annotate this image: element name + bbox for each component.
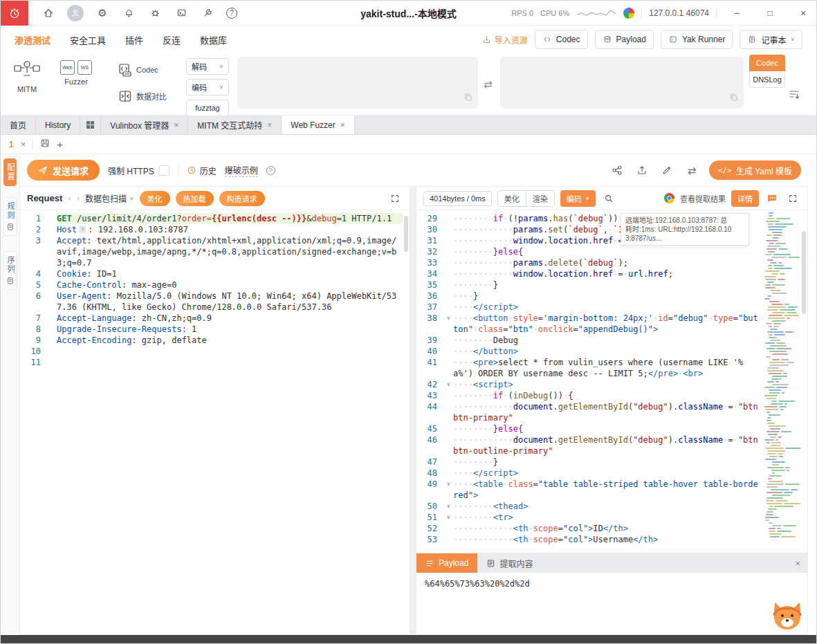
beautify-button[interactable]: 美化 <box>140 191 170 206</box>
share-icon[interactable] <box>609 163 625 178</box>
dnslog-switch-button[interactable]: DNSLog <box>749 71 785 88</box>
force-https-checkbox[interactable] <box>159 165 169 176</box>
blast-example-link[interactable]: 爆破示例 <box>225 164 258 177</box>
expand-icon[interactable] <box>387 191 403 206</box>
gear-icon[interactable]: ⚙ <box>95 6 110 21</box>
codec-switch-button[interactable]: Codec <box>749 55 785 71</box>
terminal-icon[interactable] <box>174 6 189 21</box>
response-editor[interactable]: 29········if·(!params.has(`debug`))·{30·… <box>416 210 807 553</box>
hot-reload-button[interactable]: 热加载 <box>176 191 214 206</box>
tab-History[interactable]: History <box>36 116 80 134</box>
yak-runner-menu-button[interactable]: Yak Runner <box>661 30 733 49</box>
payload-menu-button[interactable]: Payload <box>595 30 654 49</box>
home-icon[interactable] <box>41 6 56 21</box>
request-panel: Request ‹ › 数据包扫描 ∨ 美化 热加载 构造请求 1GET /us… <box>20 186 410 635</box>
tab-extract-content[interactable]: 提取内容 <box>477 553 542 573</box>
bell-icon[interactable] <box>121 6 136 21</box>
close-icon[interactable]: × <box>267 120 272 130</box>
fold-icon[interactable]: ∨ <box>444 501 453 512</box>
fuzztag-button[interactable]: fuzztag <box>186 100 229 116</box>
tab-payload[interactable]: Payload <box>416 553 477 573</box>
request-scrollbar[interactable] <box>404 216 408 252</box>
codec-tool[interactable]: Codec <box>118 63 158 77</box>
decode-select[interactable]: 解码∨ <box>186 58 229 75</box>
statusbar[interactable] <box>1 635 816 643</box>
tab-首页[interactable]: 首页 <box>1 116 36 134</box>
import-resource-link[interactable]: 导入资源 <box>482 34 528 46</box>
close-button[interactable]: × <box>790 1 816 26</box>
open-in-browser-icon[interactable] <box>664 193 674 203</box>
tab-grid[interactable] <box>80 116 101 134</box>
response-beautify-button[interactable]: 美化 <box>497 190 526 207</box>
build-request-button[interactable]: 构造请求 <box>219 191 265 206</box>
encode-select[interactable]: 编码∨ <box>186 79 229 95</box>
request-editor[interactable]: 1GET /user/limit/4/order1?order={{urlenc… <box>20 210 410 634</box>
response-scrollbar[interactable] <box>802 231 806 314</box>
packet-scan-button[interactable]: 数据包扫描 ∨ <box>85 192 134 204</box>
save-icon[interactable] <box>40 138 50 151</box>
close-icon[interactable]: × <box>174 120 178 130</box>
menu-tab-安全工具[interactable]: 安全工具 <box>70 33 106 46</box>
menu-tab-反连[interactable]: 反连 <box>163 33 181 46</box>
fold-icon[interactable]: ∨ <box>444 313 453 335</box>
yakit-logo[interactable] <box>1 1 28 26</box>
copy-icon[interactable] <box>463 92 472 104</box>
question-circle-icon[interactable]: ? <box>266 166 275 175</box>
fuzzer-tab-1[interactable]: 1 <box>9 140 14 149</box>
generate-yaml-button[interactable]: </> 生成 Yaml 模板 <box>709 160 801 180</box>
codec-input-area[interactable] <box>237 57 478 109</box>
yakit-fox-mascot[interactable] <box>771 600 803 633</box>
force-https-toggle[interactable]: 强制 HTTPS <box>108 165 169 176</box>
menu-tab-渗透测试[interactable]: 渗透测试 <box>15 33 51 46</box>
panel-resize-handle[interactable] <box>410 186 416 635</box>
encode-dropdown[interactable]: 编码 ∨ <box>560 190 596 207</box>
screenshot-icon[interactable] <box>623 8 634 19</box>
search-icon[interactable] <box>601 191 616 206</box>
edit-icon[interactable] <box>659 163 674 178</box>
fold-icon[interactable]: ∨ <box>444 512 453 523</box>
tab-Web Fuzzer[interactable]: Web Fuzzer× <box>282 116 354 134</box>
history-button[interactable]: 历史 <box>187 165 217 176</box>
close-icon[interactable]: × <box>788 553 807 573</box>
codec-output-area[interactable] <box>500 57 744 109</box>
chevron-right-icon[interactable]: › <box>77 193 80 203</box>
sider-item-配置[interactable]: 配置 <box>3 158 17 186</box>
menu-tab-插件[interactable]: 插件 <box>125 33 143 46</box>
help-icon[interactable]: ? <box>226 8 237 19</box>
chevron-left-icon[interactable]: ‹ <box>68 193 71 203</box>
minimap[interactable] <box>764 212 800 551</box>
fold-icon[interactable]: ∨ <box>444 479 453 501</box>
response-render-button[interactable]: 渲染 <box>526 190 555 207</box>
detail-button[interactable]: 详情 <box>731 190 759 207</box>
copy-icon[interactable] <box>729 92 738 104</box>
swap-icon[interactable]: ⇄ <box>484 78 493 91</box>
add-fuzzer-tab-button[interactable]: + <box>57 138 63 150</box>
expand-icon[interactable] <box>785 191 800 206</box>
tab-MITM 交互式劫持[interactable]: MITM 交互式劫持× <box>188 116 282 134</box>
maximize-button[interactable]: □ <box>757 1 783 26</box>
fuzzer-tool[interactable]: Web WS Fuzzer <box>60 60 92 86</box>
fold-icon[interactable]: ∨ <box>444 379 453 390</box>
view-extract-button[interactable]: 查看提取结果 <box>680 193 726 204</box>
codec-menu-button[interactable]: Codec <box>535 30 588 49</box>
minimize-button[interactable]: − <box>724 1 750 26</box>
close-icon[interactable]: × <box>340 120 345 130</box>
tab-Vulinbox 管理器[interactable]: Vulinbox 管理器× <box>101 116 188 134</box>
comment-icon[interactable] <box>764 191 780 206</box>
user-avatar[interactable] <box>67 5 84 21</box>
close-icon[interactable]: × <box>21 139 26 149</box>
notepad-menu-button[interactable]: 记事本 ∨ <box>740 30 802 49</box>
editor-line: 45········}else{ <box>416 423 762 434</box>
sider-item-序列[interactable]: 序列 <box>3 251 17 290</box>
sort-filter-icon[interactable] <box>788 88 800 103</box>
send-request-button[interactable]: 发送请求 <box>27 160 100 181</box>
bug-icon[interactable] <box>147 6 163 21</box>
swap-icon[interactable]: ⇄ <box>684 163 699 178</box>
wrench-icon[interactable] <box>200 6 215 21</box>
export-icon[interactable] <box>634 163 650 178</box>
sider-item-规则[interactable]: 规则 <box>3 197 17 236</box>
menu-tab-数据库[interactable]: 数据库 <box>200 33 227 46</box>
mitm-tool[interactable]: MITM <box>13 59 41 93</box>
data-compare-tool[interactable]: 数据对比 <box>118 89 167 103</box>
payload-content[interactable]: %64%65%73%63%20%2d%2d <box>416 573 807 634</box>
